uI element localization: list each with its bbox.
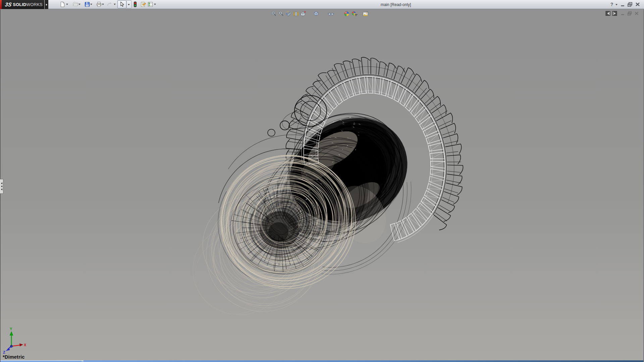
display-style-icon — [313, 11, 320, 17]
hide-show-items-icon — [328, 11, 334, 17]
view-orientation-label: *Dimetric — [3, 354, 24, 360]
zoom-to-fit-button[interactable] — [271, 11, 277, 17]
open-dropdown-caret-icon[interactable] — [78, 4, 80, 5]
triad-x-label: X — [24, 343, 26, 347]
pane-right-button[interactable] — [612, 11, 618, 16]
select-button[interactable] — [117, 0, 126, 8]
taskbar-edge-strip — [0, 360, 644, 362]
options-dropdown-caret-icon[interactable] — [154, 4, 156, 5]
orientation-triad[interactable]: Y X Z — [3, 327, 33, 357]
rebuild-button[interactable] — [132, 1, 139, 8]
triad-y-label: Y — [10, 327, 12, 331]
window-minimize-button[interactable] — [620, 1, 626, 7]
help-dropdown-caret-icon[interactable] — [615, 4, 618, 5]
close-icon — [635, 1, 641, 7]
dropdown-caret-icon — [128, 4, 130, 5]
view-orientation-icon — [300, 11, 307, 17]
file-properties-button[interactable] — [140, 1, 147, 8]
zoom-to-fit-icon — [271, 11, 277, 17]
window-close-button[interactable] — [635, 1, 641, 7]
print-dropdown-caret-icon[interactable] — [102, 4, 104, 5]
select-cursor-icon — [118, 3, 126, 9]
document-title: main [Read-only] — [381, 2, 411, 7]
restore-icon — [627, 1, 633, 7]
triad-z-label: Z — [3, 350, 5, 354]
rebuild-traffic-light-icon — [132, 1, 139, 7]
y-axis-arrow-icon — [10, 331, 13, 336]
options-checklist-icon — [147, 1, 154, 7]
doc-minimize-button[interactable] — [620, 11, 626, 16]
menu-flyout-arrow[interactable] — [45, 0, 48, 9]
section-view-button[interactable] — [293, 11, 300, 17]
panel-expand-tab[interactable] — [0, 179, 3, 194]
new-button[interactable] — [59, 1, 66, 8]
print-button[interactable] — [96, 1, 102, 8]
previous-view-button[interactable] — [285, 11, 292, 17]
z-axis-arrow-icon — [6, 348, 10, 351]
display-style-button[interactable] — [313, 11, 320, 17]
pane-left-button[interactable] — [605, 11, 611, 16]
select-dropdown[interactable] — [126, 0, 131, 8]
edit-appearance-button[interactable] — [343, 11, 350, 17]
doc-restore-icon — [627, 11, 632, 16]
undo-dropdown-caret-icon[interactable] — [114, 4, 116, 5]
new-document-icon — [59, 1, 66, 7]
edit-appearance-icon — [343, 11, 350, 17]
save-floppy-icon — [84, 1, 91, 7]
options-button[interactable] — [147, 1, 154, 8]
collapse-arrow-icon — [1, 188, 2, 190]
section-view-icon — [293, 11, 300, 17]
previous-view-icon — [285, 11, 292, 17]
apply-scene-button[interactable] — [351, 11, 358, 17]
apply-scene-icon — [351, 11, 358, 17]
collapse-arrow-icon — [1, 182, 2, 184]
open-button[interactable] — [72, 1, 79, 8]
open-folder-icon — [72, 1, 79, 7]
logo-red-stripe — [0, 0, 2, 9]
hide-show-items-button[interactable] — [328, 11, 334, 17]
triad-origin — [10, 345, 13, 348]
undo-button[interactable] — [106, 1, 113, 8]
doc-close-button[interactable] — [634, 11, 639, 16]
model-wireframe-jet-engine — [0, 9, 644, 362]
minimize-icon — [620, 1, 626, 7]
title-bar: 3S SOLIDWORKS main [Read-only] ? — [0, 0, 644, 9]
solidworks-window: 3S SOLIDWORKS main [Read-only] ? Y X Z *… — [0, 0, 644, 362]
doc-close-icon — [634, 11, 639, 16]
printer-icon — [96, 1, 102, 7]
solidworks-logo: 3S SOLIDWORKS — [0, 0, 44, 9]
logo-text-solid: SOLID — [13, 2, 26, 7]
help-button[interactable]: ? — [609, 1, 614, 7]
pane-right-icon — [612, 11, 618, 16]
file-properties-icon — [140, 1, 147, 7]
zoom-to-area-icon — [278, 11, 285, 17]
pane-left-icon — [605, 11, 611, 16]
headsup-view-toolbar — [0, 10, 376, 17]
view-settings-button[interactable] — [362, 11, 369, 17]
save-dropdown-caret-icon[interactable] — [90, 4, 92, 5]
x-axis-arrow-icon — [19, 344, 23, 347]
logo-text-works: WORKS — [26, 2, 43, 7]
solidworks-logo-mark-icon: 3S — [4, 2, 12, 8]
doc-minimize-icon — [620, 11, 626, 16]
new-dropdown-caret-icon[interactable] — [66, 4, 68, 5]
graphics-viewport[interactable]: Y X Z *Dimetric — [0, 9, 644, 362]
undo-arrow-icon — [106, 1, 113, 7]
window-restore-button[interactable] — [627, 1, 633, 7]
view-settings-icon — [362, 11, 369, 17]
zoom-to-area-button[interactable] — [278, 11, 285, 17]
doc-restore-button[interactable] — [627, 11, 632, 16]
view-orientation-button[interactable] — [300, 11, 307, 17]
collapse-arrow-icon — [1, 185, 2, 187]
save-button[interactable] — [84, 1, 91, 8]
